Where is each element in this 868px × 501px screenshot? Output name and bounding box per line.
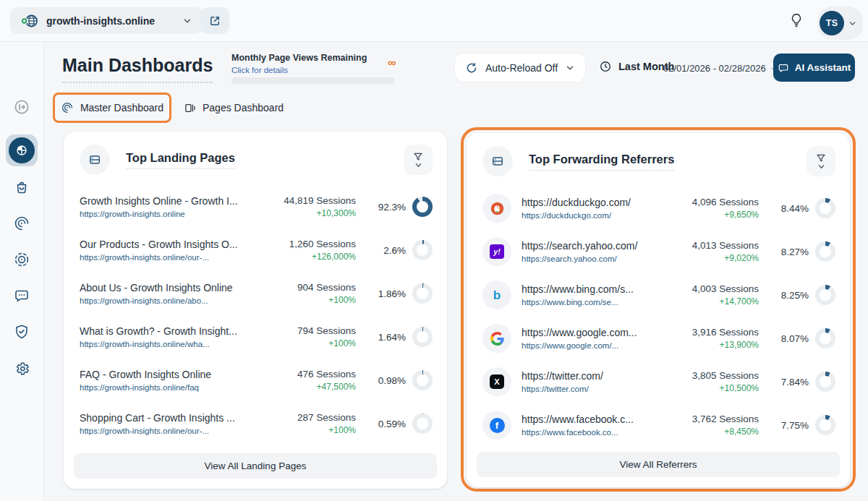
page-url-link[interactable]: https://growth-insights.online/our-... — [80, 427, 249, 435]
donut-chart — [412, 414, 433, 434]
chevron-down-icon — [817, 164, 825, 170]
card-title: Top Forwarding Referrers — [529, 153, 674, 171]
table-row[interactable]: What is Growth? - Growth Insight...https… — [80, 315, 433, 359]
referrer-title-text: https://duckduckgo.com/ — [522, 197, 652, 208]
page-url-link[interactable]: https://growth-insights.online/abo... — [80, 296, 249, 305]
infinity-quota-value: ∞ — [388, 56, 396, 69]
website-selector[interactable]: growth-insights.online — [10, 7, 203, 34]
facebook-icon: f — [482, 411, 511, 440]
percent-value: 1.64% — [378, 332, 406, 343]
sidebar-item-settings[interactable] — [13, 360, 30, 377]
view-all-referrers-button[interactable]: View All Referrers — [477, 452, 840, 477]
date-range-selector[interactable]: 02/01/2026 - 02/28/2026 — [663, 63, 777, 74]
bing-icon: b — [482, 281, 511, 309]
auto-reload-label: Auto-Reload Off — [485, 62, 558, 74]
chevron-down-icon — [182, 16, 192, 26]
chevron-down-icon — [414, 163, 422, 168]
page-title-text: Our Products - Growth Insights O... — [80, 239, 249, 250]
donut-chart — [412, 283, 433, 304]
referrer-url-link[interactable]: https://www.bing.com/se... — [522, 298, 652, 307]
sessions-value: 476 Sessions — [249, 369, 356, 380]
sessions-value: 4,003 Sessions — [652, 283, 759, 294]
growth-value: +10,500% — [652, 383, 759, 393]
table-row[interactable]: https://duckduckgo.com/https://duckduckg… — [482, 187, 835, 230]
growth-value: +47,500% — [249, 382, 356, 392]
quota-details-link[interactable]: Click for details — [231, 66, 367, 74]
donut-chart — [815, 372, 835, 392]
referrer-title-text: https://www.facebook.c... — [522, 414, 652, 425]
percent-value: 8.25% — [781, 290, 809, 301]
donut-chart — [815, 415, 835, 435]
referrer-url-link[interactable]: https://www.facebook.co... — [522, 428, 652, 437]
table-row[interactable]: y! https://search.yahoo.com/https://sear… — [482, 230, 835, 273]
tips-button[interactable] — [786, 9, 807, 31]
growth-value: +9,020% — [652, 253, 759, 263]
growth-value: +13,900% — [652, 340, 759, 350]
percent-value: 1.86% — [378, 288, 406, 299]
percent-value: 2.6% — [383, 245, 406, 256]
referrer-url-link[interactable]: https://search.yahoo.com/ — [522, 254, 652, 263]
table-row[interactable]: https://www.google.com...https://www.goo… — [482, 317, 835, 360]
bing-glyph: b — [493, 289, 501, 301]
donut-chart — [815, 198, 835, 218]
donut-chart — [412, 370, 433, 390]
sessions-value: 794 Sessions — [249, 325, 356, 336]
collapse-sidebar-icon[interactable] — [13, 98, 30, 116]
table-row[interactable]: Growth Insights Online - Growth I...http… — [80, 185, 433, 228]
sidebar-item-ecommerce[interactable] — [13, 179, 30, 196]
percent-value: 8.44% — [781, 203, 809, 214]
sidebar-item-dashboards[interactable] — [6, 134, 38, 166]
card-header: Top Landing Pages — [64, 132, 447, 182]
sessions-value: 287 Sessions — [249, 412, 356, 423]
growth-value: +10,300% — [249, 208, 356, 218]
refresh-icon — [465, 61, 478, 74]
chevron-down-icon — [565, 63, 575, 73]
page-title-text: What is Growth? - Growth Insight... — [80, 325, 249, 337]
donut-chart — [815, 285, 835, 305]
referrer-title-text: https://www.bing.com/s... — [522, 283, 652, 295]
facebook-glyph: f — [490, 418, 505, 433]
sidebar-item-privacy[interactable] — [13, 323, 30, 341]
filter-button[interactable] — [807, 146, 835, 176]
quota-label: Monthly Page Views Remaining — [231, 53, 367, 63]
percent-value: 7.84% — [781, 377, 809, 387]
card-header: Top Forwarding Referrers — [467, 133, 850, 184]
spiral-dashboard-icon — [61, 101, 74, 114]
percent-value: 8.27% — [781, 247, 809, 257]
card-title: Top Landing Pages — [126, 151, 235, 169]
table-row[interactable]: FAQ - Growth Insights Onlinehttps://grow… — [80, 359, 433, 402]
table-row[interactable]: About Us - Growth Insights Onlinehttps:/… — [80, 272, 433, 315]
page-url-link[interactable]: https://growth-insights.online/our-... — [80, 253, 249, 262]
filter-button[interactable] — [404, 145, 433, 175]
table-row[interactable]: Our Products - Growth Insights O...https… — [80, 228, 433, 272]
user-menu[interactable]: TS — [817, 7, 863, 40]
referrer-url-link[interactable]: https://www.google.com/... — [522, 341, 652, 350]
auto-reload-dropdown[interactable]: Auto-Reload Off — [455, 53, 585, 82]
table-row[interactable]: f https://www.facebook.c...https://www.f… — [482, 403, 835, 447]
referrer-url-link[interactable]: https://twitter.com/ — [522, 385, 652, 393]
tab-pages-dashboard[interactable]: Pages Dashboard — [184, 98, 284, 118]
table-row[interactable]: X https://twitter.com/https://twitter.co… — [482, 360, 835, 403]
growth-value: +8,450% — [652, 427, 759, 437]
table-row[interactable]: b https://www.bing.com/s...https://www.b… — [482, 273, 835, 317]
external-link-icon — [208, 14, 221, 27]
ai-assistant-button[interactable]: AI Assistant — [773, 53, 855, 82]
donut-chart — [815, 241, 835, 262]
open-website-button[interactable] — [200, 7, 229, 34]
sidebar-item-behaviour[interactable] — [13, 215, 30, 232]
page-url-link[interactable]: https://growth-insights.online/wha... — [80, 340, 249, 348]
sidebar-item-feedback[interactable] — [13, 287, 30, 304]
duckduckgo-icon — [482, 194, 511, 223]
chat-icon — [778, 62, 789, 74]
sessions-value: 3,916 Sessions — [652, 327, 759, 338]
sessions-value: 3,762 Sessions — [652, 414, 759, 424]
tab-label: Pages Dashboard — [203, 102, 284, 114]
referrer-url-link[interactable]: https://duckduckgo.com/ — [522, 211, 652, 220]
dashboards-pie-icon — [9, 137, 35, 163]
sidebar-item-session-recordings[interactable] — [13, 251, 30, 268]
page-url-link[interactable]: https://growth-insights.online — [80, 210, 249, 218]
tab-master-dashboard[interactable]: Master Dashboard — [53, 93, 171, 123]
page-url-link[interactable]: https://growth-insights.online/faq — [80, 383, 249, 392]
view-all-landing-pages-button[interactable]: View All Landing Pages — [74, 453, 437, 479]
table-row[interactable]: Shopping Cart - Growth Insights ...https… — [80, 402, 433, 445]
